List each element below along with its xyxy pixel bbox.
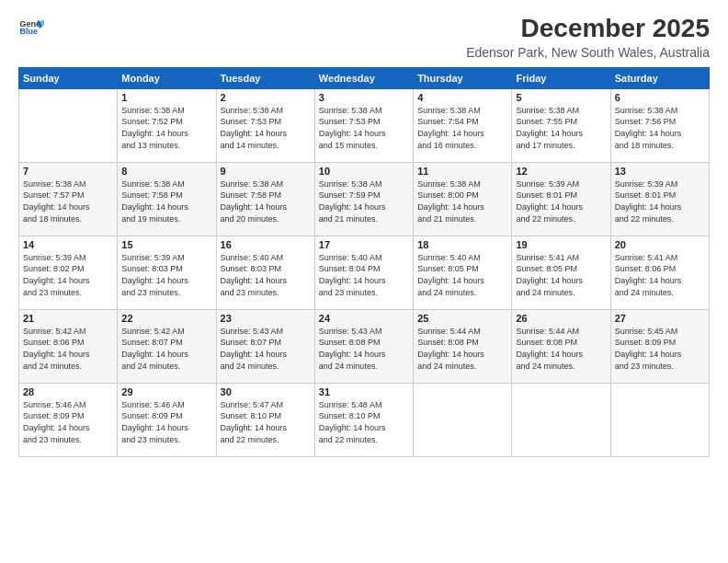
- day-number: 22: [121, 313, 211, 324]
- calendar-week-row: 21Sunrise: 5:42 AM Sunset: 8:06 PM Dayli…: [19, 309, 710, 383]
- day-number: 10: [319, 166, 409, 177]
- day-number: 20: [615, 239, 705, 250]
- calendar-cell: 16Sunrise: 5:40 AM Sunset: 8:03 PM Dayli…: [216, 236, 314, 309]
- day-number: 2: [221, 92, 311, 103]
- day-info: Sunrise: 5:44 AM Sunset: 8:08 PM Dayligh…: [417, 326, 507, 372]
- day-info: Sunrise: 5:39 AM Sunset: 8:01 PM Dayligh…: [516, 178, 606, 224]
- day-info: Sunrise: 5:41 AM Sunset: 8:05 PM Dayligh…: [516, 252, 606, 298]
- day-number: 15: [121, 239, 211, 250]
- calendar-week-row: 1Sunrise: 5:38 AM Sunset: 7:52 PM Daylig…: [19, 88, 710, 162]
- day-info: Sunrise: 5:38 AM Sunset: 7:54 PM Dayligh…: [417, 105, 507, 151]
- calendar-table: Sunday Monday Tuesday Wednesday Thursday…: [18, 67, 710, 457]
- day-number: 9: [221, 166, 311, 177]
- col-saturday: Saturday: [610, 67, 709, 88]
- col-wednesday: Wednesday: [314, 67, 413, 88]
- calendar-cell: 1Sunrise: 5:38 AM Sunset: 7:52 PM Daylig…: [118, 88, 216, 162]
- day-number: 19: [516, 239, 606, 250]
- col-thursday: Thursday: [414, 67, 512, 88]
- day-number: 26: [516, 313, 606, 324]
- day-number: 3: [319, 92, 409, 103]
- calendar-cell: 3Sunrise: 5:38 AM Sunset: 7:53 PM Daylig…: [314, 88, 413, 162]
- col-sunday: Sunday: [19, 67, 118, 88]
- day-number: 23: [221, 313, 311, 324]
- day-info: Sunrise: 5:38 AM Sunset: 7:56 PM Dayligh…: [615, 105, 705, 151]
- day-info: Sunrise: 5:44 AM Sunset: 8:08 PM Dayligh…: [516, 326, 606, 372]
- day-info: Sunrise: 5:38 AM Sunset: 7:58 PM Dayligh…: [121, 178, 211, 224]
- day-info: Sunrise: 5:40 AM Sunset: 8:03 PM Dayligh…: [221, 252, 311, 298]
- day-info: Sunrise: 5:42 AM Sunset: 8:06 PM Dayligh…: [23, 326, 113, 372]
- title-block: December 2025 Edensor Park, New South Wa…: [466, 15, 710, 60]
- calendar-cell: 30Sunrise: 5:47 AM Sunset: 8:10 PM Dayli…: [216, 383, 314, 456]
- calendar-cell: 8Sunrise: 5:38 AM Sunset: 7:58 PM Daylig…: [118, 162, 216, 236]
- calendar-week-row: 7Sunrise: 5:38 AM Sunset: 7:57 PM Daylig…: [19, 162, 710, 236]
- logo: General Blue: [18, 15, 46, 40]
- calendar-cell: [512, 383, 610, 456]
- day-info: Sunrise: 5:39 AM Sunset: 8:03 PM Dayligh…: [121, 252, 211, 298]
- calendar-header-row: Sunday Monday Tuesday Wednesday Thursday…: [19, 67, 710, 88]
- day-info: Sunrise: 5:43 AM Sunset: 8:08 PM Dayligh…: [319, 326, 409, 372]
- calendar-cell: [19, 88, 118, 162]
- day-info: Sunrise: 5:38 AM Sunset: 8:00 PM Dayligh…: [417, 178, 507, 224]
- calendar-cell: 24Sunrise: 5:43 AM Sunset: 8:08 PM Dayli…: [314, 309, 413, 383]
- day-info: Sunrise: 5:39 AM Sunset: 8:02 PM Dayligh…: [23, 252, 113, 298]
- day-number: 14: [23, 239, 113, 250]
- calendar-cell: 18Sunrise: 5:40 AM Sunset: 8:05 PM Dayli…: [414, 236, 512, 309]
- calendar-cell: [414, 383, 512, 456]
- day-info: Sunrise: 5:38 AM Sunset: 7:59 PM Dayligh…: [319, 178, 409, 224]
- day-number: 18: [417, 239, 507, 250]
- calendar-cell: 2Sunrise: 5:38 AM Sunset: 7:53 PM Daylig…: [216, 88, 314, 162]
- calendar-week-row: 28Sunrise: 5:46 AM Sunset: 8:09 PM Dayli…: [19, 383, 710, 456]
- calendar-cell: 9Sunrise: 5:38 AM Sunset: 7:58 PM Daylig…: [216, 162, 314, 236]
- day-number: 29: [121, 386, 211, 397]
- calendar-cell: 28Sunrise: 5:46 AM Sunset: 8:09 PM Dayli…: [19, 383, 118, 456]
- day-number: 17: [319, 239, 409, 250]
- calendar-cell: 20Sunrise: 5:41 AM Sunset: 8:06 PM Dayli…: [610, 236, 709, 309]
- col-tuesday: Tuesday: [216, 67, 314, 88]
- svg-text:Blue: Blue: [19, 27, 38, 36]
- day-number: 6: [615, 92, 705, 103]
- day-info: Sunrise: 5:45 AM Sunset: 8:09 PM Dayligh…: [615, 326, 705, 372]
- day-number: 16: [221, 239, 311, 250]
- col-monday: Monday: [118, 67, 216, 88]
- calendar-cell: 25Sunrise: 5:44 AM Sunset: 8:08 PM Dayli…: [414, 309, 512, 383]
- day-info: Sunrise: 5:47 AM Sunset: 8:10 PM Dayligh…: [221, 399, 311, 445]
- day-number: 13: [615, 166, 705, 177]
- calendar-cell: 29Sunrise: 5:46 AM Sunset: 8:09 PM Dayli…: [118, 383, 216, 456]
- col-friday: Friday: [512, 67, 610, 88]
- calendar-cell: 7Sunrise: 5:38 AM Sunset: 7:57 PM Daylig…: [19, 162, 118, 236]
- calendar-cell: 10Sunrise: 5:38 AM Sunset: 7:59 PM Dayli…: [314, 162, 413, 236]
- subtitle: Edensor Park, New South Wales, Australia: [466, 45, 710, 60]
- calendar-cell: 23Sunrise: 5:43 AM Sunset: 8:07 PM Dayli…: [216, 309, 314, 383]
- calendar-cell: [610, 383, 709, 456]
- day-info: Sunrise: 5:48 AM Sunset: 8:10 PM Dayligh…: [319, 399, 409, 445]
- calendar-cell: 13Sunrise: 5:39 AM Sunset: 8:01 PM Dayli…: [610, 162, 709, 236]
- calendar-cell: 14Sunrise: 5:39 AM Sunset: 8:02 PM Dayli…: [19, 236, 118, 309]
- day-number: 25: [417, 313, 507, 324]
- calendar-cell: 31Sunrise: 5:48 AM Sunset: 8:10 PM Dayli…: [314, 383, 413, 456]
- calendar-cell: 15Sunrise: 5:39 AM Sunset: 8:03 PM Dayli…: [118, 236, 216, 309]
- calendar-cell: 26Sunrise: 5:44 AM Sunset: 8:08 PM Dayli…: [512, 309, 610, 383]
- calendar-cell: 12Sunrise: 5:39 AM Sunset: 8:01 PM Dayli…: [512, 162, 610, 236]
- day-info: Sunrise: 5:42 AM Sunset: 8:07 PM Dayligh…: [121, 326, 211, 372]
- day-number: 27: [615, 313, 705, 324]
- day-number: 1: [121, 92, 211, 103]
- calendar-cell: 19Sunrise: 5:41 AM Sunset: 8:05 PM Dayli…: [512, 236, 610, 309]
- calendar-cell: 21Sunrise: 5:42 AM Sunset: 8:06 PM Dayli…: [19, 309, 118, 383]
- day-number: 4: [417, 92, 507, 103]
- day-number: 28: [23, 386, 113, 397]
- day-info: Sunrise: 5:38 AM Sunset: 7:53 PM Dayligh…: [319, 105, 409, 151]
- calendar-cell: 17Sunrise: 5:40 AM Sunset: 8:04 PM Dayli…: [314, 236, 413, 309]
- day-info: Sunrise: 5:38 AM Sunset: 7:57 PM Dayligh…: [23, 178, 113, 224]
- day-info: Sunrise: 5:40 AM Sunset: 8:04 PM Dayligh…: [319, 252, 409, 298]
- day-number: 8: [121, 166, 211, 177]
- day-info: Sunrise: 5:38 AM Sunset: 7:55 PM Dayligh…: [516, 105, 606, 151]
- day-number: 7: [23, 166, 113, 177]
- header: General Blue December 2025 Edensor Park,…: [18, 15, 710, 60]
- day-info: Sunrise: 5:38 AM Sunset: 7:58 PM Dayligh…: [221, 178, 311, 224]
- day-info: Sunrise: 5:46 AM Sunset: 8:09 PM Dayligh…: [121, 399, 211, 445]
- day-info: Sunrise: 5:43 AM Sunset: 8:07 PM Dayligh…: [221, 326, 311, 372]
- day-number: 12: [516, 166, 606, 177]
- calendar-week-row: 14Sunrise: 5:39 AM Sunset: 8:02 PM Dayli…: [19, 236, 710, 309]
- day-number: 30: [221, 386, 311, 397]
- calendar-cell: 4Sunrise: 5:38 AM Sunset: 7:54 PM Daylig…: [414, 88, 512, 162]
